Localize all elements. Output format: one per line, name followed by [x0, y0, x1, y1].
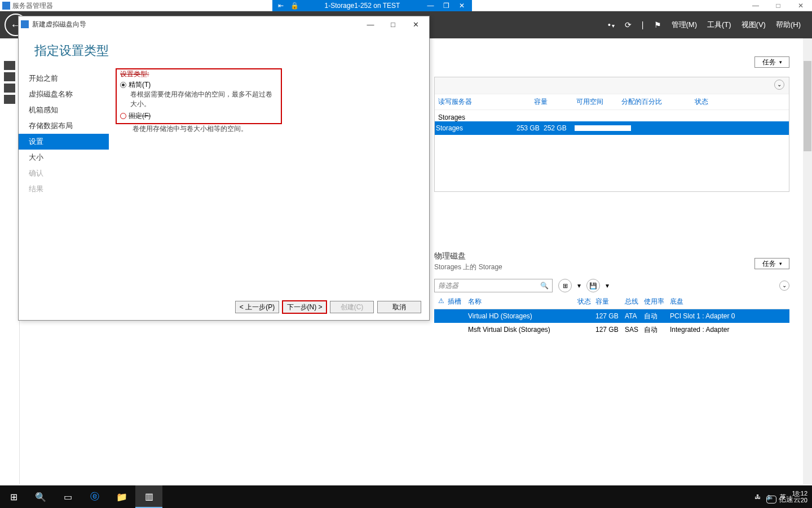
radio-fixed-icon[interactable]: [120, 113, 126, 119]
col-free[interactable]: 可用空间: [576, 97, 604, 107]
wizard-content: 设置类型: 精简(T) 卷根据需要使用存储池中的空间，最多不超过卷大小。 固定(…: [109, 66, 429, 292]
storage-pool-columns: 读写服务器 容量 可用空间 分配的百分比 状态: [435, 94, 789, 110]
wizard-title: 新建虚拟磁盘向导: [32, 20, 86, 29]
settings-type-label: 设置类型:: [120, 69, 277, 79]
explorer-icon[interactable]: 📁: [108, 485, 135, 508]
pool-name: Storages: [435, 124, 517, 132]
ie-icon[interactable]: ⓔ: [81, 485, 108, 508]
filter-input-wrap[interactable]: 🔍: [434, 279, 553, 292]
filter-options-icon[interactable]: ⊞: [558, 279, 572, 292]
col-slot[interactable]: 插槽: [448, 297, 468, 306]
physical-disk-columns: ⚠ 插槽 名称 状态 容量 总线 使用率 底盘: [434, 297, 789, 309]
vm-close-button[interactable]: ✕: [454, 0, 470, 11]
vm-restore-button[interactable]: ❐: [438, 0, 454, 11]
col-warn-icon[interactable]: ⚠: [434, 297, 448, 306]
thin-description: 卷根据需要使用存储池中的空间，最多不超过卷大小。: [130, 90, 277, 109]
wizard-maximize-button[interactable]: □: [382, 20, 404, 29]
physical-disk-subtitle: Storages 上的 Storage: [434, 262, 789, 272]
wizard-nav-diskname[interactable]: 虚拟磁盘名称: [19, 86, 109, 102]
cancel-button[interactable]: 取消: [377, 301, 421, 313]
vm-minimize-button[interactable]: —: [422, 0, 438, 11]
physical-disk-row[interactable]: Msft Virtual Disk (Storages) 127 GB SAS …: [434, 323, 789, 336]
fixed-option[interactable]: 固定(F): [120, 111, 277, 121]
wizard-nav: 开始之前 虚拟磁盘名称 机箱感知 存储数据布局 设置 大小 确认 结果: [19, 66, 109, 292]
tasks-dropdown-physdisk[interactable]: 任务: [754, 258, 789, 269]
search-icon[interactable]: 🔍: [540, 282, 549, 290]
separator: |: [642, 20, 644, 29]
create-button: 创建(C): [330, 301, 374, 313]
watermark-icon: [766, 496, 776, 503]
collapse-icon[interactable]: ⌄: [774, 80, 784, 90]
lock-icon: 🔒: [290, 2, 299, 10]
pool-allocation-bar: [575, 125, 631, 131]
tray-network-icon[interactable]: 🖧: [754, 493, 761, 500]
col-usage[interactable]: 使用率: [644, 297, 670, 306]
wizard-nav-settings[interactable]: 设置: [19, 134, 109, 150]
col-bus[interactable]: 总线: [625, 297, 644, 306]
wizard-heading: 指定设置类型: [19, 32, 429, 66]
col-status[interactable]: 状态: [695, 97, 708, 107]
filter-caret-1[interactable]: ▾: [577, 282, 581, 290]
pin-icon[interactable]: ⇤: [278, 2, 284, 10]
col-status[interactable]: 状态: [577, 297, 595, 306]
col-pct[interactable]: 分配的百分比: [621, 97, 678, 107]
scrollbar-thumb[interactable]: [804, 61, 811, 151]
col-rw-server[interactable]: 读写服务器: [438, 97, 517, 107]
search-button[interactable]: 🔍: [27, 485, 54, 508]
wizard-nav-before[interactable]: 开始之前: [19, 71, 109, 86]
filter-save-icon[interactable]: 💾: [586, 279, 600, 292]
menu-help[interactable]: 帮助(H): [776, 20, 801, 30]
filter-input[interactable]: [435, 282, 536, 290]
app-title: 服务器管理器: [12, 1, 53, 11]
col-capacity[interactable]: 容量: [595, 297, 625, 306]
task-view-button[interactable]: ▭: [54, 485, 81, 508]
radio-thin-icon[interactable]: [120, 82, 126, 88]
next-button[interactable]: 下一步(N) >: [283, 301, 326, 313]
physical-disk-panel: 物理磁盘 Storages 上的 Storage 任务 🔍 ⊞ ▾ 💾 ▾ ⌄ …: [434, 251, 789, 336]
nav-file-services-icon[interactable]: [4, 95, 15, 104]
menu-view[interactable]: 视图(V): [742, 20, 766, 30]
tasks-dropdown-top[interactable]: 任务: [754, 56, 789, 68]
wizard-minimize-button[interactable]: —: [359, 20, 382, 29]
thin-option[interactable]: 精简(T): [120, 80, 277, 90]
outer-restore-button[interactable]: □: [767, 0, 789, 11]
wizard-nav-size[interactable]: 大小: [19, 150, 109, 165]
nav-all-servers-icon[interactable]: [4, 84, 15, 93]
pool-free: 252 GB: [544, 124, 575, 132]
refresh-icon[interactable]: ⟳: [625, 20, 632, 29]
wizard-nav-enclosure[interactable]: 机箱感知: [19, 102, 109, 118]
left-nav: [0, 38, 20, 484]
menu-tools[interactable]: 工具(T): [707, 20, 731, 30]
nav-local-server-icon[interactable]: [4, 72, 15, 81]
start-button[interactable]: ⊞: [0, 485, 27, 508]
vm-titlebar: 服务器管理器 ⇤ 🔒 1-Storage1-252 on TEST — ❐ ✕ …: [0, 0, 812, 11]
notifications-dropdown[interactable]: •: [608, 20, 615, 29]
outer-close-button[interactable]: ✕: [789, 0, 812, 11]
prev-button[interactable]: < 上一步(P): [235, 301, 279, 313]
storage-pool-group[interactable]: Storages: [438, 113, 789, 121]
physical-disk-title: 物理磁盘: [434, 251, 789, 261]
server-manager-taskbar-icon[interactable]: ▥: [135, 485, 162, 508]
collapse-physdisk-icon[interactable]: ⌄: [779, 281, 789, 291]
pool-capacity: 253 GB: [517, 124, 544, 132]
fixed-label: 固定(F): [129, 111, 151, 121]
col-capacity[interactable]: 容量: [534, 97, 559, 107]
flag-icon[interactable]: ⚑: [654, 20, 661, 29]
vm-title: 1-Storage1-252 on TEST: [302, 2, 423, 10]
storage-pool-row-selected[interactable]: Storages 253 GB 252 GB: [435, 121, 789, 135]
wizard-titlebar[interactable]: 新建虚拟磁盘向导 — □ ✕: [19, 16, 429, 32]
nav-dashboard-icon[interactable]: [4, 61, 15, 70]
content-scrollbar[interactable]: [803, 38, 812, 484]
wizard-footer: < 上一步(P) 下一步(N) > 创建(C) 取消: [235, 301, 421, 313]
col-chassis[interactable]: 底盘: [670, 297, 789, 306]
menu-manage[interactable]: 管理(M): [672, 20, 698, 30]
wizard-nav-layout[interactable]: 存储数据布局: [19, 118, 109, 134]
wizard-close-button[interactable]: ✕: [404, 20, 427, 29]
physical-disk-row[interactable]: Virtual HD (Storages) 127 GB ATA 自动 PCI …: [434, 309, 789, 323]
vm-connection-bar[interactable]: ⇤ 🔒 1-Storage1-252 on TEST — ❐ ✕: [272, 0, 473, 11]
filter-caret-2[interactable]: ▾: [606, 282, 609, 290]
server-manager-icon: [2, 2, 10, 10]
col-name[interactable]: 名称: [468, 297, 577, 306]
wizard-nav-result: 结果: [19, 181, 109, 197]
outer-minimize-button[interactable]: —: [744, 0, 767, 11]
